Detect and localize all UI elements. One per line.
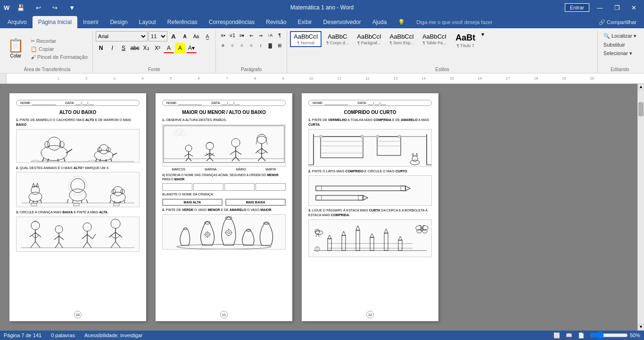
tab-arquivo[interactable]: Arquivo bbox=[2, 16, 33, 28]
quick-undo-button[interactable]: ↩ bbox=[32, 3, 45, 12]
align-right-button[interactable]: ≡ bbox=[238, 41, 246, 49]
login-button[interactable]: Entrar bbox=[565, 3, 589, 12]
svg-rect-135 bbox=[376, 135, 379, 138]
svg-point-29 bbox=[71, 178, 85, 193]
style-sem-esp[interactable]: AaBbCcI ¶ Sem Esp... bbox=[386, 31, 418, 47]
svg-point-19 bbox=[29, 192, 42, 202]
svg-point-180 bbox=[316, 248, 318, 250]
styles-label: Estilos bbox=[287, 67, 597, 72]
ruler-mark: 9 bbox=[269, 76, 297, 81]
svg-point-37 bbox=[113, 186, 123, 196]
layout-icon[interactable]: ⬜ bbox=[553, 332, 560, 339]
answer-box-2[interactable] bbox=[193, 183, 223, 191]
tab-inserir[interactable]: Inserir bbox=[77, 16, 104, 28]
word-count: 0 palavras bbox=[51, 332, 75, 338]
tab-lightbulb[interactable]: 💡 bbox=[392, 16, 411, 28]
borders-button[interactable]: ⊞ bbox=[275, 41, 284, 49]
find-button[interactable]: 🔍 Localizar ▾ bbox=[601, 32, 639, 40]
justify-button[interactable]: ≡ bbox=[247, 41, 256, 49]
line-spacing-button[interactable]: ↕ bbox=[256, 41, 265, 49]
align-center-button[interactable]: ≡ bbox=[228, 41, 237, 49]
ruler-mark: 8 bbox=[241, 76, 269, 81]
tab-exibir[interactable]: Exibir bbox=[292, 16, 318, 28]
svg-point-20 bbox=[31, 186, 40, 194]
tab-design[interactable]: Design bbox=[104, 16, 133, 28]
strikethrough-button[interactable]: abc bbox=[130, 43, 140, 53]
tab-layout[interactable]: Layout bbox=[133, 16, 162, 28]
svg-rect-160 bbox=[370, 237, 374, 251]
svg-marker-147 bbox=[363, 195, 368, 200]
minimize-button[interactable]: — bbox=[593, 3, 607, 12]
svg-point-173 bbox=[417, 229, 421, 233]
format-painter-button[interactable]: 🖌 Pincel de Formatação bbox=[29, 54, 90, 60]
font-family-select[interactable]: Arial bbox=[96, 31, 148, 41]
answer-box-3[interactable] bbox=[224, 183, 255, 191]
clipboard-group: 📋 Colar ✂ Recortar 📋 Copiar 🖌 Pincel de … bbox=[2, 30, 93, 73]
bullets-button[interactable]: ≡• bbox=[219, 31, 227, 40]
svg-line-51 bbox=[35, 242, 40, 248]
case-button[interactable]: Aa bbox=[191, 31, 201, 41]
tab-desenvolvedor[interactable]: Desenvolvedor bbox=[318, 16, 367, 28]
read-mode-icon[interactable]: 📖 bbox=[566, 332, 572, 339]
close-button[interactable]: ✕ bbox=[627, 3, 640, 12]
multilevel-button[interactable]: ≡▾ bbox=[238, 31, 246, 40]
tab-revisao[interactable]: Revisão bbox=[260, 16, 292, 28]
font-size-select[interactable]: 11 bbox=[149, 31, 167, 41]
font-color-button[interactable]: A bbox=[164, 43, 174, 53]
quick-extra-button[interactable]: ▼ bbox=[65, 3, 79, 12]
svg-line-79 bbox=[184, 154, 189, 156]
quick-save-button[interactable]: 💾 bbox=[13, 3, 28, 12]
style-normal[interactable]: AaBbCcI ¶ Normal bbox=[290, 31, 322, 47]
sort-button[interactable]: ↑A bbox=[266, 31, 274, 40]
italic-button[interactable]: I bbox=[107, 43, 117, 53]
share-button[interactable]: 🔗 Compartilhar bbox=[593, 16, 642, 28]
ruler-mark: 18 bbox=[522, 76, 550, 81]
subscript-button[interactable]: X₂ bbox=[141, 43, 151, 53]
cut-button[interactable]: ✂ Recortar bbox=[29, 38, 90, 45]
zoom-slider[interactable] bbox=[590, 332, 628, 338]
font-grow-button[interactable]: A bbox=[168, 31, 179, 41]
select-button[interactable]: Selecionar ▾ bbox=[601, 49, 639, 57]
print-layout-icon[interactable]: 📄 bbox=[578, 332, 585, 339]
scroll-down-button[interactable]: ▼ bbox=[638, 324, 644, 331]
tab-pagina-inicial[interactable]: Página Inicial bbox=[33, 16, 77, 28]
increase-indent-button[interactable]: ⇒ bbox=[256, 31, 265, 40]
dogs-illustration bbox=[16, 129, 140, 163]
bold-button[interactable]: N bbox=[96, 43, 106, 53]
align-left-button[interactable]: ≡ bbox=[219, 41, 227, 49]
marks-button[interactable]: ¶ bbox=[275, 31, 284, 40]
shading-button[interactable]: ▓ bbox=[266, 41, 274, 49]
superscript-button[interactable]: X² bbox=[152, 43, 163, 53]
decrease-indent-button[interactable]: ⇐ bbox=[247, 31, 256, 40]
svg-point-174 bbox=[422, 229, 427, 233]
answer-box-4[interactable] bbox=[256, 183, 286, 191]
tab-correspondencias[interactable]: Correspondências bbox=[203, 16, 260, 28]
restore-button[interactable]: ❐ bbox=[611, 3, 624, 12]
scroll-thumb[interactable] bbox=[638, 102, 644, 116]
highlight-button[interactable]: A bbox=[175, 43, 185, 53]
underline-button[interactable]: S bbox=[118, 43, 129, 53]
quick-redo-button[interactable]: ↪ bbox=[49, 3, 61, 12]
tab-tell-me[interactable]: Diga-me o que você deseja fazer bbox=[411, 16, 498, 28]
svg-line-40 bbox=[110, 200, 111, 203]
replace-button[interactable]: Substituir bbox=[601, 41, 639, 49]
numbering-button[interactable]: ≡1 bbox=[228, 31, 237, 40]
children-illustration bbox=[16, 217, 140, 252]
style-titulo[interactable]: AaBt ¶ Título 7 bbox=[451, 31, 479, 50]
copy-button[interactable]: 📋 Copiar bbox=[29, 46, 90, 53]
ruler-mark: 7 bbox=[213, 76, 241, 81]
font-shrink-button[interactable]: A bbox=[180, 31, 190, 41]
answer-box-1[interactable] bbox=[162, 183, 192, 191]
font-color2-button[interactable]: A▾ bbox=[186, 43, 197, 53]
svg-point-74 bbox=[174, 130, 180, 136]
clear-format-button[interactable]: A̲ bbox=[202, 31, 213, 41]
paste-button[interactable]: 📋 Colar bbox=[5, 31, 27, 66]
style-corpo[interactable]: AaBbC ¶ Corpo d... bbox=[322, 31, 352, 47]
svg-line-2 bbox=[42, 158, 44, 162]
scroll-up-button[interactable]: ▲ bbox=[638, 84, 644, 90]
styles-scroll-down[interactable]: ▾ bbox=[481, 31, 484, 38]
style-paragrafo[interactable]: AaBbCcI ¶ Parágraf... bbox=[353, 31, 385, 47]
tab-ajuda[interactable]: Ajuda bbox=[367, 16, 393, 28]
tab-referencias[interactable]: Referências bbox=[162, 16, 203, 28]
style-table[interactable]: AaBbCcI ¶ Table Pa... bbox=[419, 31, 450, 47]
